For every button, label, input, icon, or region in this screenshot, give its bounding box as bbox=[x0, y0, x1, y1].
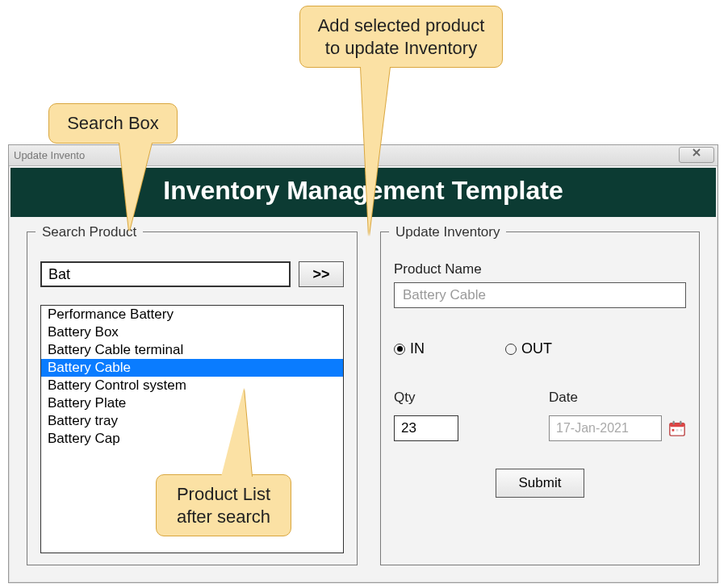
svg-rect-4 bbox=[673, 421, 675, 425]
list-item[interactable]: Battery tray bbox=[41, 412, 343, 430]
form-body: Search Product >> Performance BatteryBat… bbox=[9, 217, 718, 583]
list-item[interactable]: Battery Cable bbox=[41, 359, 343, 377]
product-name-field[interactable] bbox=[394, 282, 686, 308]
callout-product-list: Product List after search bbox=[156, 474, 291, 536]
callout-add-button: Add selected product to update Inventory bbox=[299, 6, 503, 68]
list-item[interactable]: Battery Cable terminal bbox=[41, 341, 343, 359]
date-label: Date bbox=[549, 390, 686, 406]
product-name-label: Product Name bbox=[394, 261, 686, 277]
svg-rect-6 bbox=[672, 429, 675, 432]
list-item[interactable]: Battery Plate bbox=[41, 394, 343, 412]
calendar-icon[interactable] bbox=[668, 419, 686, 437]
submit-button[interactable]: Submit bbox=[496, 469, 584, 498]
radio-out[interactable]: OUT bbox=[505, 340, 552, 357]
svg-rect-7 bbox=[676, 429, 679, 432]
update-inventory-legend: Update Inventory bbox=[389, 224, 506, 240]
search-input[interactable] bbox=[40, 261, 291, 287]
update-inventory-group: Update Inventory Product Name IN OUT Qty bbox=[380, 231, 700, 565]
add-to-inventory-button[interactable]: >> bbox=[299, 261, 344, 287]
callout-product-list-text: Product List after search bbox=[177, 484, 270, 527]
list-item[interactable]: Battery Box bbox=[41, 323, 343, 341]
callout-add-button-text: Add selected product to update Inventory bbox=[318, 15, 485, 58]
close-icon bbox=[692, 148, 701, 157]
window-title: Update Invento bbox=[14, 149, 85, 161]
radio-out-dot bbox=[505, 344, 517, 355]
svg-rect-3 bbox=[670, 423, 684, 427]
qty-field[interactable] bbox=[394, 415, 458, 441]
qty-label: Qty bbox=[394, 390, 458, 406]
callout-search-box: Search Box bbox=[48, 103, 178, 144]
list-item[interactable]: Battery Cap bbox=[41, 430, 343, 448]
radio-in-label: IN bbox=[410, 340, 425, 357]
date-field[interactable] bbox=[549, 415, 662, 441]
list-item[interactable]: Battery Control system bbox=[41, 377, 343, 394]
radio-in[interactable]: IN bbox=[394, 340, 425, 357]
radio-out-label: OUT bbox=[521, 340, 552, 357]
svg-rect-8 bbox=[680, 429, 683, 432]
callout-search-box-text: Search Box bbox=[67, 113, 159, 133]
close-button[interactable] bbox=[679, 147, 714, 163]
radio-in-dot bbox=[394, 344, 405, 355]
svg-rect-5 bbox=[680, 421, 681, 425]
list-item[interactable]: Performance Battery bbox=[41, 306, 343, 323]
